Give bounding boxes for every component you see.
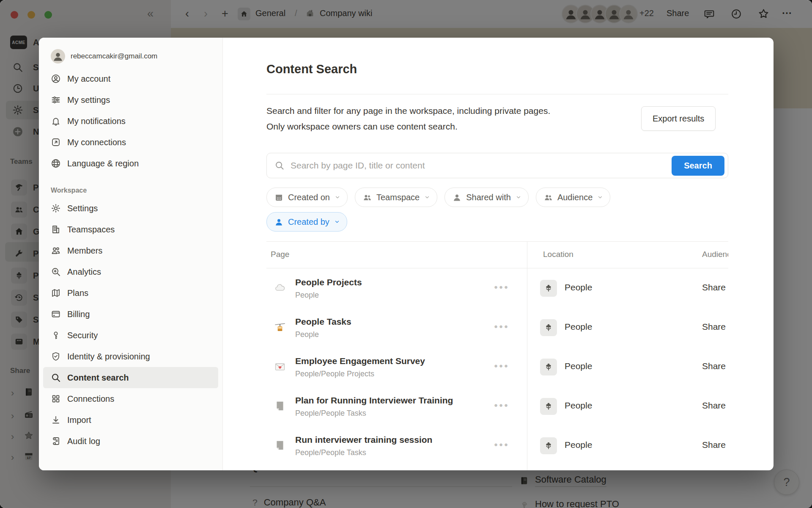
cloud-icon [274, 282, 286, 294]
menu-item-my-account[interactable]: My account [43, 68, 218, 89]
users-icon [51, 246, 61, 256]
menu-item-my-connections[interactable]: My connections [43, 132, 218, 153]
menu-item-analytics[interactable]: Analytics [43, 261, 218, 282]
filter-created-on[interactable]: Created on [266, 188, 348, 207]
menu-item-label: Members [67, 246, 102, 256]
menu-item-identity-provisioning[interactable]: Identity & provisioning [43, 346, 218, 367]
menu-item-my-notifications[interactable]: My notifications [43, 110, 218, 132]
filter-label: Audience [557, 193, 593, 202]
menu-item-audit-log[interactable]: Audit log [43, 431, 218, 452]
map-icon [51, 288, 61, 298]
gear-icon [51, 203, 61, 213]
teamspace-flower-icon [540, 437, 557, 454]
page-icon [274, 439, 286, 452]
menu-item-settings[interactable]: Settings [43, 198, 218, 219]
location-value[interactable]: People [565, 400, 592, 411]
workspace-section-header: Workspace [51, 187, 222, 194]
chevron-down-icon [335, 194, 340, 200]
settings-menu-panel: rebeccamcakir@gmail.com My account My se… [39, 38, 223, 470]
table-row[interactable]: Employee Engagement Survey People/People… [266, 348, 728, 387]
search-input[interactable] [290, 160, 667, 171]
column-header-audience: Audience [702, 250, 728, 259]
page-title[interactable]: People Tasks [295, 317, 351, 327]
location-value[interactable]: People [565, 322, 592, 332]
menu-item-label: My settings [67, 95, 110, 105]
page-title[interactable]: Plan for Running Interviewer Training [295, 395, 453, 406]
filter-shared-with[interactable]: Shared with [444, 188, 529, 207]
page-path: People/People Tasks [295, 409, 366, 418]
menu-item-content-search[interactable]: Content search [43, 367, 218, 388]
table-row[interactable]: People Tasks People ●●● People Share [266, 308, 728, 348]
chevron-down-icon [424, 194, 430, 200]
person-icon [453, 193, 461, 202]
shield-check-icon [51, 351, 61, 362]
bell-icon [51, 116, 61, 126]
page-title[interactable]: Employee Engagement Survey [295, 356, 425, 366]
menu-item-label: Security [67, 331, 98, 340]
location-value[interactable]: People [565, 361, 592, 371]
globe-icon [51, 158, 61, 168]
menu-item-members[interactable]: Members [43, 240, 218, 261]
results-table: Page Location Audience People Projects P… [266, 241, 728, 470]
row-menu-icon[interactable]: ●●● [494, 401, 509, 409]
page-title[interactable]: People Projects [295, 277, 362, 287]
menu-item-plans[interactable]: Plans [43, 282, 218, 304]
chevron-down-icon [516, 194, 521, 200]
menu-item-label: My account [67, 74, 110, 84]
menu-item-label: Content search [67, 373, 129, 383]
account-email-row: rebeccamcakir@gmail.com [39, 47, 222, 68]
audience-value: Share [702, 322, 726, 332]
table-row[interactable]: Run interviewer training session People/… [266, 426, 728, 466]
chevron-down-icon [597, 194, 603, 200]
menu-item-teamspaces[interactable]: Teamspaces [43, 219, 218, 240]
filter-teamspace[interactable]: Teamspace [355, 188, 437, 207]
page-path: People [295, 291, 319, 300]
credit-card-icon [51, 309, 61, 319]
audience-value: Share [702, 440, 726, 450]
table-row[interactable]: People Projects People ●●● People Share [266, 269, 728, 308]
table-row[interactable]: Plan for Running Interviewer Training Pe… [266, 387, 728, 426]
filter-audience[interactable]: Audience [536, 188, 610, 207]
menu-item-language-region[interactable]: Language & region [43, 153, 218, 174]
row-menu-icon[interactable]: ●●● [494, 362, 509, 369]
page-title[interactable]: Run interviewer training session [295, 435, 432, 445]
users-icon [544, 193, 553, 202]
row-menu-icon[interactable]: ●●● [494, 283, 509, 290]
scroll-icon [51, 436, 61, 446]
filter-label: Created on [288, 193, 330, 202]
audience-value: Share [702, 361, 726, 371]
menu-item-label: Connections [67, 394, 114, 404]
filter-created-by[interactable]: Created by [266, 212, 347, 232]
audience-value: Share [702, 282, 726, 293]
location-value[interactable]: People [565, 440, 592, 450]
menu-item-billing[interactable]: Billing [43, 304, 218, 325]
menu-item-label: Analytics [67, 267, 101, 277]
users-icon [363, 193, 372, 202]
menu-item-label: Identity & provisioning [67, 352, 150, 362]
external-link-icon [51, 137, 61, 147]
menu-item-label: Audit log [67, 436, 100, 446]
building-icon [51, 224, 61, 235]
menu-item-connections[interactable]: Connections [43, 388, 218, 409]
key-icon [51, 330, 61, 340]
export-results-button[interactable]: Export results [641, 106, 716, 131]
menu-item-security[interactable]: Security [43, 325, 218, 346]
menu-item-my-settings[interactable]: My settings [43, 89, 218, 110]
filter-chip-row: Created on Teamspace Shared with Audienc… [266, 188, 610, 207]
person-circle-icon [51, 74, 61, 84]
row-menu-icon[interactable]: ●●● [494, 323, 509, 330]
menu-item-import[interactable]: Import [43, 409, 218, 431]
menu-item-label: My connections [67, 138, 126, 147]
location-value[interactable]: People [565, 282, 592, 293]
search-icon [274, 160, 285, 171]
teamspace-flower-icon [540, 398, 557, 415]
table-header: Page Location Audience [266, 242, 728, 268]
sliders-icon [51, 95, 61, 105]
teamspace-flower-icon [540, 359, 557, 375]
search-button[interactable]: Search [672, 156, 724, 176]
audience-value: Share [702, 400, 726, 411]
menu-item-label: Plans [67, 288, 88, 298]
menu-item-label: Teamspaces [67, 225, 115, 235]
magnifier-plus-icon [51, 267, 61, 277]
row-menu-icon[interactable]: ●●● [494, 441, 509, 448]
